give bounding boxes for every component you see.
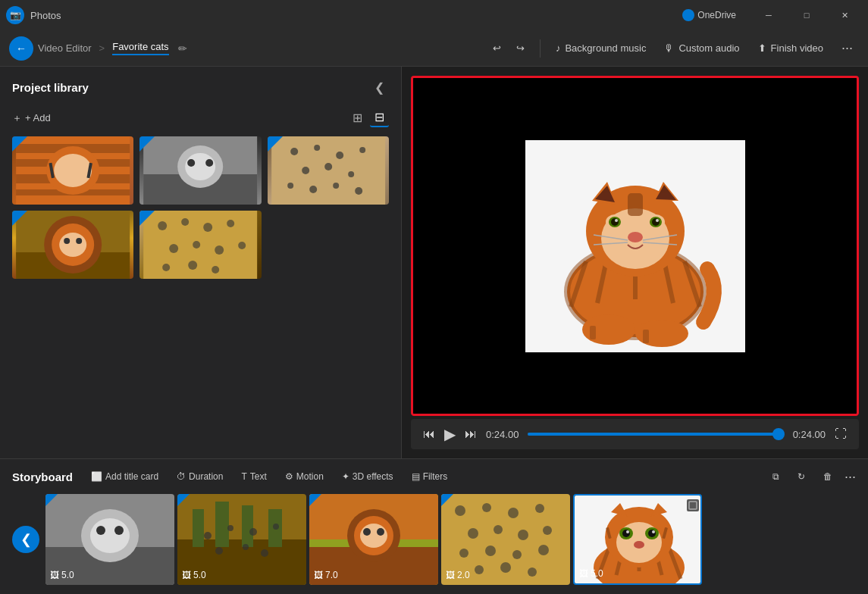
add-media-button[interactable]: ＋ + Add — [12, 111, 51, 125]
close-button[interactable]: ✕ — [827, 3, 862, 27]
media-item-2[interactable] — [139, 136, 261, 205]
svg-point-6 — [54, 154, 92, 187]
storyboard-item-2[interactable]: 🖼 5.0 — [177, 494, 306, 585]
play-button[interactable]: ▶ — [444, 425, 456, 443]
text-icon: T — [241, 471, 246, 482]
onedrive-label: OneDrive — [697, 10, 736, 20]
undo-button[interactable]: ↩ — [487, 39, 507, 57]
copy-clip-button[interactable]: ⧉ — [766, 468, 785, 485]
storyboard-item-1[interactable]: 🖼 5.0 — [45, 494, 174, 585]
item-5-duration: 🖼 5.0 — [579, 568, 603, 579]
svg-point-63 — [615, 219, 618, 222]
svg-point-82 — [96, 526, 105, 535]
media-item-3[interactable] — [268, 136, 389, 205]
item-1-duration: 🖼 5.0 — [50, 570, 74, 580]
svg-point-118 — [538, 545, 549, 555]
video-preview — [411, 76, 859, 416]
next-button[interactable]: ⏭ — [465, 427, 477, 441]
svg-point-113 — [518, 530, 528, 540]
svg-point-111 — [468, 528, 478, 539]
selected-corner-3 — [268, 136, 283, 152]
toolbar-divider — [540, 39, 541, 58]
finish-video-button[interactable]: ⬆ Finish video — [752, 39, 829, 57]
motion-button[interactable]: ⚙ Motion — [279, 468, 330, 485]
svg-point-93 — [273, 524, 279, 530]
more-menu-button[interactable]: ··· — [835, 37, 859, 59]
minimize-button[interactable]: ─ — [751, 3, 786, 27]
current-time: 0:24.00 — [486, 429, 519, 440]
fullscreen-button[interactable]: ⛶ — [835, 427, 847, 441]
storyboard-more-button[interactable]: ··· — [844, 469, 856, 485]
duration-button[interactable]: ⏱ Duration — [171, 468, 229, 485]
svg-point-39 — [169, 244, 178, 253]
leopard-thumb — [139, 211, 261, 279]
svg-point-33 — [76, 238, 82, 244]
svg-point-12 — [185, 153, 215, 180]
storyboard-item-3[interactable]: 🖼 7.0 — [309, 494, 438, 585]
media-item-1[interactable] — [12, 136, 133, 205]
edit-icon[interactable]: ✏ — [178, 42, 187, 55]
svg-point-107 — [455, 505, 465, 516]
effects-icon: ✦ — [342, 471, 349, 482]
back-button[interactable]: ← — [9, 36, 33, 61]
filters-button[interactable]: ▤ Filters — [406, 468, 454, 485]
progress-thumb — [772, 428, 785, 440]
item-3-duration: 🖼 7.0 — [314, 570, 338, 580]
svg-point-114 — [543, 526, 552, 535]
svg-rect-76 — [590, 326, 596, 339]
collapse-button[interactable]: ❮ — [370, 79, 389, 96]
svg-point-41 — [215, 245, 224, 255]
storyboard-item-4[interactable]: 🖼 2.0 — [441, 494, 570, 585]
svg-point-22 — [348, 171, 354, 177]
grid-view-button[interactable]: ⊞ — [348, 108, 367, 127]
svg-point-21 — [324, 163, 332, 170]
svg-point-103 — [360, 524, 387, 548]
duration-icon: ⏱ — [177, 471, 186, 482]
svg-point-110 — [535, 504, 544, 513]
view-toggle: ⊞ ⊟ — [348, 108, 389, 127]
text-button[interactable]: T Text — [235, 468, 272, 485]
svg-point-26 — [355, 187, 362, 195]
background-music-button[interactable]: ♪ Background music — [550, 39, 652, 57]
storyboard: Storyboard ⬜ Add title card ⏱ Duration T… — [0, 458, 868, 594]
add-title-card-button[interactable]: ⬜ Add title card — [85, 468, 165, 485]
svg-point-95 — [243, 544, 249, 550]
svg-point-83 — [114, 526, 124, 535]
svg-point-91 — [227, 525, 233, 531]
lion-thumb — [12, 211, 133, 279]
storyboard-item-5[interactable]: 🖼 5.0 — [573, 494, 702, 585]
storyboard-items: ❮ 🖼 5.0 — [12, 494, 856, 585]
svg-point-13 — [187, 159, 195, 167]
prev-button[interactable]: ⏮ — [423, 427, 435, 441]
corner-2 — [177, 494, 190, 506]
add-icon: ＋ — [12, 111, 22, 125]
corner-4 — [441, 494, 453, 506]
effects-3d-button[interactable]: ✦ 3D effects — [336, 468, 400, 485]
breadcrumb-parent[interactable]: Video Editor — [38, 42, 92, 54]
delete-clip-button[interactable]: 🗑 — [817, 468, 838, 485]
rotate-clip-button[interactable]: ↻ — [791, 468, 811, 485]
svg-rect-88 — [242, 505, 253, 547]
tiger-thumb-svg — [12, 136, 133, 205]
app-title: Photos — [30, 10, 61, 21]
selected-corner-2 — [139, 136, 155, 152]
progress-bar[interactable] — [528, 433, 783, 436]
audio-icon: 🎙 — [664, 42, 674, 54]
list-view-button[interactable]: ⊟ — [370, 108, 389, 127]
maximize-button[interactable]: □ — [789, 3, 824, 27]
selected-corner-1 — [12, 136, 27, 152]
svg-point-121 — [528, 567, 537, 577]
image-icon-3: 🖼 — [314, 570, 323, 580]
onedrive-icon — [682, 9, 694, 21]
svg-point-23 — [287, 183, 293, 189]
music-icon: ♪ — [556, 42, 561, 54]
svg-point-40 — [193, 241, 200, 249]
custom-audio-button[interactable]: 🎙 Custom audio — [658, 39, 745, 57]
media-item-5[interactable] — [139, 211, 261, 279]
onedrive-area: OneDrive — [682, 9, 736, 21]
redo-button[interactable]: ↪ — [510, 39, 531, 57]
project-library: Project library ❮ ＋ + Add ⊞ ⊟ — [0, 67, 401, 458]
scroll-left-button[interactable]: ❮ — [12, 526, 39, 553]
svg-point-18 — [336, 152, 343, 159]
media-item-4[interactable] — [12, 211, 133, 279]
